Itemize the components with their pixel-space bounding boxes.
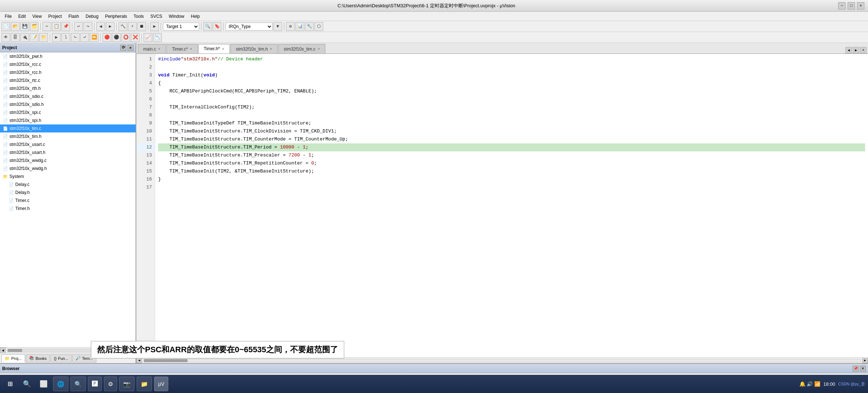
books-tab[interactable]: 📚 Books [26, 354, 50, 362]
taskview-button[interactable]: ⬜ [36, 377, 51, 391]
redo-btn[interactable]: ↪ [84, 22, 92, 31]
menu-item-edit[interactable]: Edit [15, 13, 29, 20]
uv-app[interactable]: µV [154, 377, 168, 391]
code-content[interactable]: #include "stm32f10x.h" // Device header … [155, 54, 868, 357]
tab-left-btn[interactable]: ◀ [845, 47, 852, 53]
save-btn[interactable]: 💾 [20, 22, 29, 31]
perf-btn[interactable]: 📉 [153, 33, 162, 42]
editor-tab[interactable]: Timer.h*× [198, 44, 230, 53]
ppt-app[interactable]: 🅿 [88, 377, 102, 391]
editor-tab[interactable]: Timer.c*× [166, 44, 197, 53]
start-button[interactable]: ⊞ [3, 377, 17, 391]
tree-item[interactable]: 📄stm32f10x_sdio.c [0, 92, 136, 100]
target-dropdown[interactable]: Target 1 [163, 23, 199, 31]
tree-item[interactable]: 📄stm32f10x_rtc.c [0, 76, 136, 84]
tree-item[interactable]: 📄Delay.h [0, 188, 136, 196]
kill-btn[interactable]: ❌ [131, 33, 140, 42]
settings-app[interactable]: ⚙ [104, 377, 117, 391]
code-scroll-thumb[interactable] [144, 359, 188, 362]
proj-tab[interactable]: 📁 Proj... [1, 354, 25, 362]
tree-item[interactable]: 📄stm32f10x_rcc.h [0, 68, 136, 76]
menu-item-file[interactable]: File [2, 13, 15, 20]
tab-close-icon[interactable]: × [158, 47, 160, 51]
find-btn[interactable]: 🔍 [203, 22, 212, 31]
code-scroll-track[interactable] [144, 359, 861, 362]
cut-btn[interactable]: ✂️ [43, 22, 51, 31]
paste-btn[interactable]: 📌 [61, 22, 70, 31]
minimize-button[interactable]: − [838, 2, 845, 9]
tab-close-icon[interactable]: × [190, 47, 192, 51]
settings-btn[interactable]: ⚙ [286, 22, 295, 31]
run-cursor-btn[interactable]: ⏩ [90, 33, 99, 42]
scroll-thumb[interactable] [8, 349, 22, 352]
tree-item[interactable]: 📄stm32f10x_rth.h [0, 84, 136, 92]
forward-btn[interactable]: ▶ [106, 22, 114, 31]
tab-close-all-btn[interactable]: × [860, 47, 867, 53]
build-all-btn[interactable]: ⚡ [128, 22, 137, 31]
tab-close-icon[interactable]: × [318, 47, 320, 51]
periph-btn[interactable]: 🔌 [20, 33, 29, 42]
tree-item[interactable]: 📄Timer.h [0, 205, 136, 213]
project-close-btn[interactable]: × [128, 45, 133, 51]
menu-item-tools[interactable]: Tools [131, 13, 147, 20]
save-all-btn[interactable]: 🗂️ [30, 22, 39, 31]
tree-item[interactable]: 📄stm32f10x_pwr.h [0, 52, 136, 60]
dis-bp-btn[interactable]: ⭕ [121, 33, 130, 42]
bp-btn[interactable]: 🔴 [103, 33, 111, 42]
tree-item[interactable]: 📄stm32f10x_rcc.c [0, 60, 136, 68]
scroll-left-btn[interactable]: ◀ [0, 348, 6, 353]
options-btn[interactable]: 🔧 [305, 22, 314, 31]
tree-item[interactable]: 📄stm32f10x_wwdg.c [0, 156, 136, 164]
menu-item-svcs[interactable]: SVCS [148, 13, 165, 20]
build-btn[interactable]: 🔨 [118, 22, 127, 31]
tree-item[interactable]: 📄stm32f10x_tim.h [0, 132, 136, 140]
watch-btn[interactable]: 👁 [1, 33, 10, 42]
copy-btn[interactable]: 📋 [52, 22, 61, 31]
editor-tab[interactable]: stm32f10x_tim.c× [278, 44, 325, 53]
maximize-button[interactable]: □ [848, 2, 855, 9]
tab-close-icon[interactable]: × [222, 47, 224, 51]
search-type-dropdown[interactable]: IRQn_Type [225, 23, 273, 31]
search-button[interactable]: 🔍 [20, 377, 34, 391]
bookmark-btn[interactable]: 🔖 [213, 22, 221, 31]
tab-close-icon[interactable]: × [270, 47, 272, 51]
search-go-btn[interactable]: ▼ [273, 22, 282, 31]
chrome-app[interactable]: 🌐 [53, 377, 68, 391]
fun-tab[interactable]: {} Fun... [51, 354, 71, 362]
tree-item[interactable]: 📄stm32f10x_sdio.h [0, 100, 136, 108]
clear-bp-btn[interactable]: ⚫ [112, 33, 121, 42]
debug2-btn[interactable]: ⬡ [314, 22, 323, 31]
tab-right-btn[interactable]: ▶ [853, 47, 859, 53]
tree-item[interactable]: 📄stm32f10x_usart.h [0, 148, 136, 156]
menu-item-help[interactable]: Help [188, 13, 203, 20]
menu-item-flash[interactable]: Flash [65, 13, 82, 20]
tree-item[interactable]: 📄stm32f10x_wwdg.h [0, 164, 136, 172]
step-btn[interactable]: ⤵ [61, 33, 70, 42]
tree-item[interactable]: 📄stm32f10x_tim.c [0, 124, 136, 132]
new-file-btn[interactable]: 📄 [1, 22, 10, 31]
run-btn[interactable]: ▶ [52, 33, 61, 42]
open-btn[interactable]: 📂 [11, 22, 20, 31]
view-btn[interactable]: 📊 [296, 22, 304, 31]
step-out-btn[interactable]: ⤶ [80, 33, 89, 42]
debug-btn[interactable]: ▶ [150, 22, 159, 31]
mem-btn[interactable]: 🗄 [11, 33, 20, 42]
show-vals-btn[interactable]: 📈 [144, 33, 152, 42]
tree-item[interactable]: 📄Timer.c [0, 196, 136, 205]
tree-item[interactable]: 📄stm32f10x_spi.h [0, 116, 136, 124]
editor-tab[interactable]: main.c× [138, 44, 166, 53]
tree-item[interactable]: 📄stm32f10x_usart.c [0, 140, 136, 148]
menu-item-peripherals[interactable]: Peripherals [102, 13, 130, 20]
tree-item[interactable]: 📄stm32f10x_spi.c [0, 108, 136, 116]
menu-item-window[interactable]: Window [166, 13, 187, 20]
undo-btn[interactable]: ↩ [74, 22, 83, 31]
tree-item[interactable]: 📄Delay.c [0, 180, 136, 188]
proj-btn[interactable]: 📁 [39, 33, 48, 42]
folder-app[interactable]: 📁 [137, 377, 152, 391]
back-btn[interactable]: ◀ [96, 22, 105, 31]
tree-item[interactable]: 📁System [0, 172, 136, 180]
log-btn[interactable]: 📝 [30, 33, 39, 42]
browser-pin-btn[interactable]: 📌 [853, 366, 859, 372]
code-scroll-right[interactable]: ▶ [862, 358, 868, 363]
close-button[interactable]: × [857, 2, 864, 9]
